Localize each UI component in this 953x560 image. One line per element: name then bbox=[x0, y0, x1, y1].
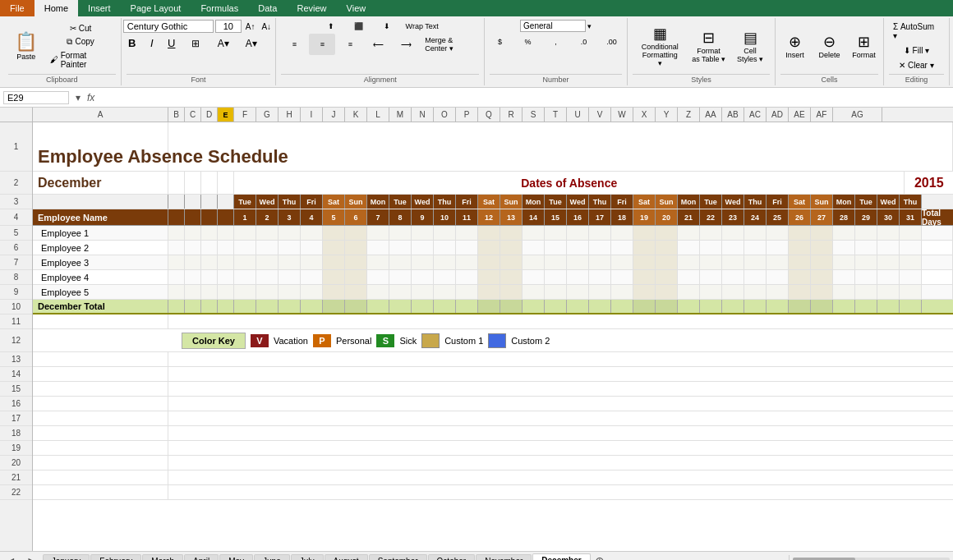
emp-3-date-8[interactable] bbox=[389, 255, 412, 269]
tab-view[interactable]: View bbox=[337, 0, 376, 16]
emp-4-date-27[interactable] bbox=[811, 270, 833, 284]
tab-data[interactable]: Data bbox=[248, 0, 287, 16]
emp-3-date-28[interactable] bbox=[833, 255, 855, 269]
month-cell[interactable]: December bbox=[33, 172, 168, 194]
col-header-i[interactable]: I bbox=[301, 108, 323, 122]
tab-march[interactable]: March bbox=[142, 554, 183, 560]
emp-4-date-23[interactable] bbox=[722, 270, 744, 284]
emp-2-date-3[interactable] bbox=[279, 241, 301, 255]
date-num-27[interactable]: 27 bbox=[811, 209, 833, 225]
total-date-21[interactable] bbox=[678, 300, 700, 313]
emp-2-date-24[interactable] bbox=[744, 241, 767, 255]
fill-color-button[interactable]: A▾ bbox=[210, 35, 237, 52]
col-header-e[interactable]: E bbox=[218, 108, 234, 122]
emp-4-date-20[interactable] bbox=[656, 270, 678, 284]
col-header-k[interactable]: K bbox=[345, 108, 367, 122]
emp-5-date-27[interactable] bbox=[811, 285, 833, 299]
total-date-9[interactable] bbox=[412, 300, 434, 313]
emp-2-date-16[interactable] bbox=[567, 241, 589, 255]
emp-2-date-13[interactable] bbox=[500, 241, 523, 255]
emp-4-date-14[interactable] bbox=[523, 270, 545, 284]
align-middle-button[interactable]: ⬛ bbox=[346, 20, 372, 33]
emp-1-date-1[interactable] bbox=[234, 226, 256, 240]
total-date-12[interactable] bbox=[478, 300, 500, 313]
emp-4-date-13[interactable] bbox=[500, 270, 523, 284]
date-num-28[interactable]: 28 bbox=[833, 209, 855, 225]
title-cell[interactable]: Employee Absence Schedule bbox=[33, 122, 168, 171]
insert-button[interactable]: ⊕ Insert bbox=[779, 30, 812, 62]
tab-june[interactable]: June bbox=[254, 554, 290, 560]
total-row-label-cell[interactable]: December Total bbox=[33, 300, 168, 313]
emp-3-date-6[interactable] bbox=[345, 255, 367, 269]
emp-2-date-4[interactable] bbox=[301, 241, 323, 255]
date-num-12[interactable]: 12 bbox=[478, 209, 500, 225]
emp-3-date-7[interactable] bbox=[367, 255, 389, 269]
row-header-15[interactable]: 15 bbox=[0, 382, 32, 397]
paste-button[interactable]: 📋 Paste bbox=[8, 27, 44, 65]
horizontal-scrollbar[interactable] bbox=[789, 555, 953, 561]
font-color-button[interactable]: A▾ bbox=[238, 35, 265, 52]
emp-1-date-28[interactable] bbox=[833, 226, 855, 240]
employee-name-4[interactable]: Employee 4 bbox=[33, 270, 168, 284]
emp-4-date-2[interactable] bbox=[256, 270, 279, 284]
emp-2-date-6[interactable] bbox=[345, 241, 367, 255]
emp-5-date-30[interactable] bbox=[877, 285, 900, 299]
emp-2-date-5[interactable] bbox=[323, 241, 345, 255]
emp-2-date-12[interactable] bbox=[478, 241, 500, 255]
emp-1-date-13[interactable] bbox=[500, 226, 523, 240]
tab-december[interactable]: December bbox=[532, 553, 590, 560]
align-right-button[interactable]: ≡ bbox=[337, 34, 363, 55]
emp-1-date-16[interactable] bbox=[567, 226, 589, 240]
emp-4-date-7[interactable] bbox=[367, 270, 389, 284]
col-header-q[interactable]: Q bbox=[478, 108, 500, 122]
total-date-24[interactable] bbox=[744, 300, 767, 313]
emp-5-date-7[interactable] bbox=[367, 285, 389, 299]
emp-3-date-30[interactable] bbox=[877, 255, 900, 269]
emp-1-date-19[interactable] bbox=[633, 226, 656, 240]
total-date-22[interactable] bbox=[700, 300, 722, 313]
col-header-y[interactable]: Y bbox=[656, 108, 678, 122]
emp-3-date-23[interactable] bbox=[722, 255, 744, 269]
conditional-formatting-button[interactable]: ▦ ConditionalFormatting ▾ bbox=[635, 22, 684, 70]
wrap-text-button[interactable]: Wrap Text bbox=[402, 20, 443, 33]
tab-page-layout[interactable]: Page Layout bbox=[121, 0, 191, 16]
emp-5-date-26[interactable] bbox=[789, 285, 811, 299]
emp-3-date-2[interactable] bbox=[256, 255, 279, 269]
emp-3-date-18[interactable] bbox=[611, 255, 633, 269]
row-header-4[interactable]: 4 bbox=[0, 209, 32, 226]
emp-2-date-29[interactable] bbox=[855, 241, 877, 255]
total-date-19[interactable] bbox=[633, 300, 656, 313]
total-date-1[interactable] bbox=[234, 300, 256, 313]
col-header-s[interactable]: S bbox=[523, 108, 545, 122]
emp-2-date-18[interactable] bbox=[611, 241, 633, 255]
emp-3-date-9[interactable] bbox=[412, 255, 434, 269]
autosum-button[interactable]: Σ AutoSum ▾ bbox=[889, 20, 944, 43]
col-header-v[interactable]: V bbox=[589, 108, 611, 122]
emp-5-date-6[interactable] bbox=[345, 285, 367, 299]
total-date-31[interactable] bbox=[900, 300, 922, 313]
emp-1-date-31[interactable] bbox=[900, 226, 922, 240]
total-date-8[interactable] bbox=[389, 300, 412, 313]
emp-5-date-1[interactable] bbox=[234, 285, 256, 299]
date-num-3[interactable]: 3 bbox=[279, 209, 301, 225]
emp-1-date-6[interactable] bbox=[345, 226, 367, 240]
emp-1-date-11[interactable] bbox=[456, 226, 478, 240]
emp-4-date-4[interactable] bbox=[301, 270, 323, 284]
emp-2-date-25[interactable] bbox=[767, 241, 789, 255]
emp-5-date-5[interactable] bbox=[323, 285, 345, 299]
date-num-4[interactable]: 4 bbox=[301, 209, 323, 225]
emp-5-date-21[interactable] bbox=[678, 285, 700, 299]
date-num-10[interactable]: 10 bbox=[434, 209, 456, 225]
emp-3-date-20[interactable] bbox=[656, 255, 678, 269]
tab-file[interactable]: File bbox=[0, 0, 35, 16]
emp-5-date-19[interactable] bbox=[633, 285, 656, 299]
emp-2-date-27[interactable] bbox=[811, 241, 833, 255]
col-header-j[interactable]: J bbox=[323, 108, 345, 122]
emp-2-date-7[interactable] bbox=[367, 241, 389, 255]
emp-4-date-6[interactable] bbox=[345, 270, 367, 284]
number-format-input[interactable] bbox=[520, 20, 586, 32]
sheet-nav-left[interactable]: ◄ bbox=[0, 554, 21, 560]
col-header-af[interactable]: AF bbox=[811, 108, 833, 122]
underline-button[interactable]: U bbox=[163, 34, 181, 52]
emp-2-date-17[interactable] bbox=[589, 241, 611, 255]
